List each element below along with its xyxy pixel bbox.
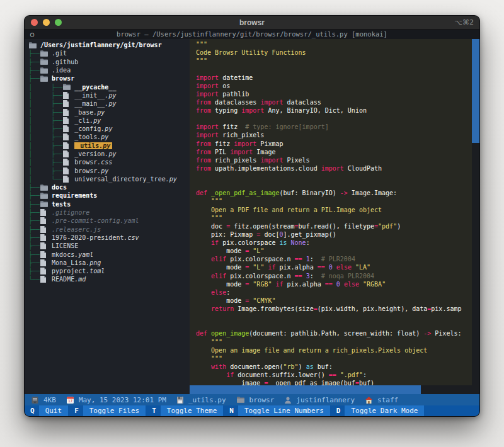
- keybinding-label[interactable]: Toggle Theme: [161, 405, 223, 416]
- tree-item-LICENSE[interactable]: ├──LICENSE: [28, 242, 190, 250]
- keybinding-label[interactable]: Quit: [39, 405, 69, 416]
- keybinding-label[interactable]: Toggle Line Numbers: [238, 405, 330, 416]
- code-line: [196, 313, 472, 321]
- tree-item--Users-justinflannery-git-browsr[interactable]: /Users/justinflannery/git/browsr: [28, 41, 190, 49]
- app-header-title: browsr — /Users/justinflannery/git/brows…: [25, 30, 479, 39]
- status-item-label: justinflannery: [296, 396, 355, 404]
- calendar-icon: 17: [66, 396, 74, 404]
- tree-item-docs[interactable]: ├──docs: [28, 183, 190, 191]
- file-icon: [40, 217, 49, 225]
- tree-item-.github[interactable]: ├──.github: [28, 58, 190, 66]
- tree-guide-lines: │ └──: [28, 176, 62, 183]
- tree-item-README.md[interactable]: └──README.md: [28, 275, 190, 283]
- tree-item-browsr.css[interactable]: │ ├──browsr.css: [28, 158, 190, 166]
- keybinding-n[interactable]: NToggle Line Numbers: [225, 405, 329, 416]
- tree-item-.git[interactable]: ├──.git: [28, 49, 190, 57]
- tree-guide-lines: ├──: [28, 268, 40, 274]
- code-line: [196, 173, 472, 181]
- tree-guide-lines: ├──: [28, 192, 40, 199]
- tree-item-__init__.py[interactable]: │ ├──__init__.py: [28, 91, 190, 99]
- window-shortcut-badge: ⌥⌘2: [454, 18, 474, 26]
- code-line: import rich_pixels: [196, 131, 472, 139]
- tree-item-label: __pycache__: [74, 84, 116, 91]
- code-line: import os: [196, 82, 472, 90]
- keybinding-label[interactable]: Toggle Files: [83, 405, 146, 416]
- status-item-label: May, 15 2023 12:01 PM: [79, 396, 166, 404]
- status-item-user: justinflannery: [284, 396, 355, 404]
- status-item-folder-badge: browsr: [236, 396, 275, 404]
- vertical-scrollbar-thumb[interactable]: [472, 39, 479, 143]
- tree-item-label: __main__.py: [74, 100, 116, 107]
- code-line: if document.suffix.lower() == ".pdf":: [196, 371, 472, 379]
- folder-icon: [40, 200, 49, 208]
- tree-item-label: _tools.py: [74, 133, 108, 140]
- tree-item-__main__.py[interactable]: │ ├──__main__.py: [28, 99, 190, 108]
- horizontal-scrollbar-thumb[interactable]: [190, 385, 421, 394]
- horizontal-scrollbar[interactable]: [190, 385, 472, 394]
- code-line: """: [196, 214, 472, 222]
- tree-item-_config.py[interactable]: │ ├──_config.py: [28, 125, 190, 133]
- folder-icon: [62, 83, 71, 91]
- tree-guide-lines: └──: [28, 276, 40, 283]
- file-icon: [62, 150, 71, 158]
- vertical-scrollbar[interactable]: [472, 39, 479, 385]
- file-icon: [62, 167, 71, 175]
- code-line: [196, 65, 472, 73]
- tree-item-label: _config.py: [74, 125, 112, 132]
- tree-item-label-selected: _utils.py: [74, 142, 112, 149]
- file-icon: [62, 125, 71, 133]
- file-icon: [40, 225, 49, 234]
- tree-item-.gitignore[interactable]: ├──.gitignore: [28, 208, 190, 217]
- status-item-label: browsr: [249, 396, 275, 404]
- code-line: Code Browsr Utility Functions: [196, 48, 472, 57]
- tree-item-__pycache__[interactable]: │ ├──__pycache__: [28, 82, 190, 91]
- tree-item-.releaserc.js[interactable]: ├──.releaserc.js: [28, 225, 190, 234]
- keybinding-label[interactable]: Toggle Dark Mode: [345, 405, 424, 416]
- code-line: def open_image(document: pathlib.Path, s…: [196, 329, 472, 337]
- tree-item-tests[interactable]: ├──tests: [28, 200, 190, 208]
- tree-item-_base.py[interactable]: │ ├──_base.py: [28, 108, 190, 116]
- tree-guide-lines: ├──: [28, 209, 40, 216]
- macos-titlebar: browsr ⌥⌘2: [25, 16, 479, 30]
- tree-item-label: .idea: [52, 67, 71, 74]
- tree-item-requirements[interactable]: ├──requirements: [28, 191, 190, 200]
- keybinding-d[interactable]: DToggle Dark Mode: [332, 405, 425, 416]
- keybinding-key[interactable]: F: [70, 405, 83, 416]
- code-line: import fitz # type: ignore[import]: [196, 123, 472, 131]
- keybinding-key[interactable]: N: [225, 405, 238, 416]
- keybinding-key[interactable]: T: [147, 405, 161, 416]
- keybinding-q[interactable]: QQuit: [26, 405, 68, 416]
- tree-item-1976-2020-president.csv[interactable]: ├──1976-2020-president.csv: [28, 234, 190, 242]
- tree-item-label: docs: [52, 184, 67, 191]
- file-icon: [62, 116, 71, 125]
- desktop-background: browsr ⌥⌘2 ○ browsr — /Users/justinflann…: [0, 0, 504, 447]
- tree-item-browsr[interactable]: ├──browsr: [28, 74, 190, 82]
- file-icon: [40, 242, 49, 250]
- keybinding-f[interactable]: FToggle Files: [70, 405, 146, 416]
- keybinding-t[interactable]: TToggle Theme: [147, 405, 223, 416]
- tree-item-label: LICENSE: [52, 242, 78, 249]
- tree-item-_cli.py[interactable]: │ ├──_cli.py: [28, 116, 190, 125]
- tree-item-browsr.py[interactable]: │ ├──browsr.py: [28, 166, 190, 174]
- keybinding-key[interactable]: Q: [26, 405, 39, 416]
- code-line: with document.open("rb") as buf:: [196, 363, 472, 371]
- tree-item-.pre-commit-config.yaml[interactable]: ├──.pre-commit-config.yaml: [28, 217, 190, 225]
- file-icon: [40, 208, 49, 217]
- code-line: from fitz import Pixmap: [196, 140, 472, 148]
- code-line: [196, 181, 472, 189]
- folder-icon: [40, 192, 49, 200]
- keybinding-key[interactable]: D: [332, 405, 345, 416]
- tree-item-pyproject.toml[interactable]: ├──pyproject.toml: [28, 267, 190, 275]
- tree-item-_version.py[interactable]: │ ├──_version.py: [28, 150, 190, 158]
- tree-item-.idea[interactable]: ├──.idea: [28, 66, 190, 74]
- tree-guide-lines: ├──: [28, 201, 40, 208]
- tree-item-mkdocs.yaml[interactable]: ├──mkdocs.yaml: [28, 250, 190, 258]
- tree-item-_utils.py[interactable]: │ ├──_utils.py: [28, 142, 190, 150]
- folder-icon: [40, 50, 49, 57]
- code-line: mode = "L": [196, 247, 472, 255]
- status-item-file-badge: _utils.py: [176, 396, 226, 404]
- tree-item-universal_directory_tree.py[interactable]: │ └──universal_directory_tree.py: [28, 175, 190, 183]
- code-line: import datetime: [196, 74, 472, 82]
- tree-item-_tools.py[interactable]: │ ├──_tools.py: [28, 133, 190, 141]
- tree-item-Mona_Lisa.png[interactable]: ├──Mona_Lisa.png: [28, 259, 190, 267]
